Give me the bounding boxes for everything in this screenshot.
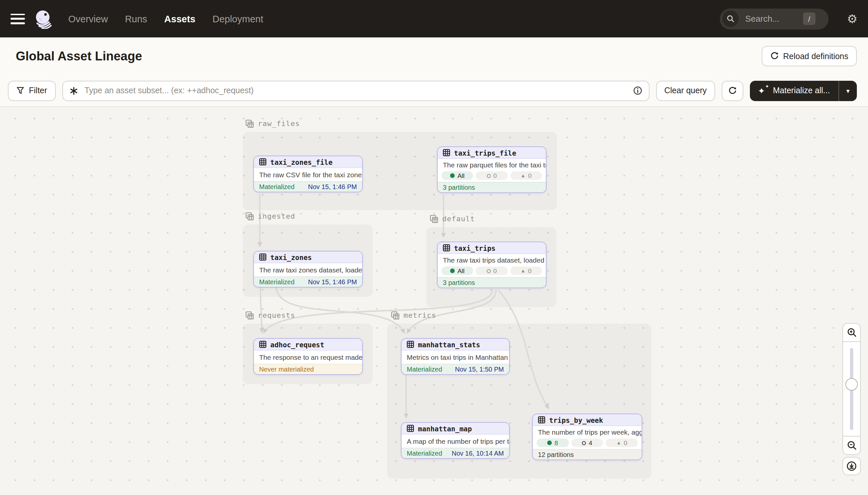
page-header: Global Asset Lineage Reload definitions (0, 37, 868, 75)
nav-link-deployment[interactable]: Deployment (213, 14, 263, 24)
zoom-slider-handle[interactable] (845, 378, 858, 391)
sparkle-icon: ✦✦ (758, 86, 768, 96)
asset-query-field[interactable] (62, 81, 649, 101)
download-image-button[interactable] (843, 457, 861, 475)
partitions-failed-pill[interactable]: 0 (476, 171, 508, 180)
asset-query-input[interactable] (83, 85, 627, 96)
zoom-controls (843, 323, 861, 455)
asset-node-taxi-trips-file[interactable]: taxi_trips_file The raw parquet files fo… (437, 147, 547, 193)
asset-name: manhattan_map (418, 424, 472, 432)
asset-name: adhoc_request (270, 340, 324, 348)
asset-description: The raw taxi zones dataset, loaded int..… (254, 263, 362, 276)
dot-icon (450, 269, 455, 273)
asset-node-trips-by-week[interactable]: trips_by_week The number of trips per we… (532, 414, 642, 460)
gear-icon[interactable]: ⚙ (847, 13, 857, 24)
lineage-canvas[interactable]: raw_files ingested default requests metr… (0, 107, 868, 495)
clear-query-button[interactable]: Clear query (656, 81, 715, 101)
materialized-time: Nov 15, 1:46 PM (308, 183, 357, 190)
caret-down-icon: ▾ (846, 87, 850, 94)
table-icon (538, 416, 545, 424)
asset-name: trips_by_week (549, 416, 603, 424)
partitions-count: 3 partitions (443, 184, 475, 191)
group-label-default[interactable]: default (430, 215, 475, 223)
asset-node-taxi-zones[interactable]: taxi_zones The raw taxi zones dataset, l… (253, 251, 363, 288)
status-label: Materialized (407, 366, 442, 373)
table-icon (259, 253, 266, 261)
asset-node-manhattan-map[interactable]: manhattan_map A map of the number of tri… (401, 422, 510, 459)
asset-node-manhattan-stats[interactable]: manhattan_stats Metrics on taxi trips in… (401, 338, 510, 375)
asset-selection-icon (70, 86, 78, 95)
asset-group-icon (245, 212, 254, 221)
search-input[interactable] (744, 13, 803, 24)
partitions-failed-pill[interactable]: 4 (571, 439, 603, 447)
triangle-icon: ▲ (520, 269, 526, 273)
partition-health-pills: All 0 ▲0 (438, 266, 546, 277)
status-label: Materialized (259, 278, 295, 286)
ring-icon (582, 441, 586, 445)
asset-description: A map of the number of trips per taxi z.… (402, 434, 509, 448)
partitions-materialized-pill[interactable]: 8 (537, 439, 568, 447)
group-label-raw-files[interactable]: raw_files (245, 119, 300, 128)
zoom-in-button[interactable] (843, 324, 860, 341)
asset-name: taxi_trips (454, 244, 495, 252)
status-label: Materialized (259, 183, 295, 190)
partitions-materialized-pill[interactable]: All (442, 171, 473, 180)
filter-icon (16, 87, 24, 95)
nav-link-overview[interactable]: Overview (68, 14, 108, 24)
asset-group-icon (430, 215, 438, 223)
refresh-query-button[interactable] (722, 81, 743, 101)
group-label-ingested[interactable]: ingested (245, 212, 295, 221)
partitions-failed-pill[interactable]: 0 (476, 267, 508, 275)
partitions-materialized-pill[interactable]: All (442, 267, 473, 275)
partitions-missing-pill[interactable]: ▲0 (606, 439, 638, 447)
table-icon (259, 341, 266, 348)
partitions-missing-pill[interactable]: ▲0 (510, 267, 542, 275)
asset-group-icon (391, 311, 400, 320)
dot-icon (547, 441, 552, 445)
nav-link-runs[interactable]: Runs (125, 14, 147, 24)
zoom-slider[interactable] (843, 341, 860, 437)
asset-node-taxi-trips[interactable]: taxi_trips The raw taxi trips dataset, l… (437, 242, 547, 288)
zoom-out-button[interactable] (843, 437, 860, 454)
ring-icon (487, 269, 491, 273)
asset-name: taxi_trips_file (454, 149, 516, 157)
asset-description: The raw CSV file for the taxi zones dat.… (254, 168, 362, 181)
asset-description: The raw parquet files for the taxi trips… (438, 159, 546, 171)
materialize-dropdown-toggle[interactable]: ▾ (838, 81, 857, 101)
table-icon (407, 341, 414, 348)
partition-health-pills: All 0 ▲0 (438, 171, 546, 182)
asset-description: The raw taxi trips dataset, loaded into … (438, 254, 546, 266)
zoom-out-icon (847, 441, 856, 450)
table-icon (259, 158, 266, 166)
slash-shortcut-badge: / (803, 13, 816, 25)
partitions-count: 3 partitions (443, 279, 475, 286)
asset-node-adhoc-request[interactable]: adhoc_request The response to an request… (253, 338, 363, 375)
global-search[interactable]: / (720, 8, 829, 29)
triangle-icon: ▲ (616, 441, 621, 445)
group-label-requests[interactable]: requests (245, 311, 295, 320)
page-title: Global Asset Lineage (16, 49, 761, 63)
asset-description: The response to an request made in th... (254, 351, 362, 364)
partitions-missing-pill[interactable]: ▲0 (510, 171, 542, 180)
filter-button[interactable]: Filter (8, 81, 56, 101)
reload-definitions-button[interactable]: Reload definitions (761, 46, 857, 66)
dagster-logo[interactable] (34, 9, 54, 29)
refresh-icon (728, 86, 737, 95)
group-label-metrics[interactable]: metrics (391, 311, 436, 320)
nav-link-assets[interactable]: Assets (164, 14, 196, 24)
materialize-all-button[interactable]: ✦✦ Materialize all... ▾ (750, 81, 857, 101)
search-icon (722, 11, 739, 27)
materialized-time: Nov 15, 1:50 PM (455, 366, 504, 373)
status-label: Materialized (407, 450, 442, 457)
table-icon (443, 149, 450, 156)
triangle-icon: ▲ (520, 173, 526, 178)
info-icon[interactable] (633, 86, 642, 95)
menu-icon[interactable] (11, 14, 25, 24)
top-navbar: Overview Runs Assets Deployment / ⚙ (0, 0, 868, 37)
asset-group-icon (245, 311, 254, 320)
asset-description: Metrics on taxi trips in Manhattan (402, 351, 509, 364)
asset-node-taxi-zones-file[interactable]: taxi_zones_file The raw CSV file for the… (253, 156, 363, 192)
asset-group-icon (245, 119, 254, 128)
partitions-count: 12 partitions (538, 451, 574, 458)
lineage-toolbar: Filter Clear query ✦✦ Materialize all...… (0, 75, 868, 107)
